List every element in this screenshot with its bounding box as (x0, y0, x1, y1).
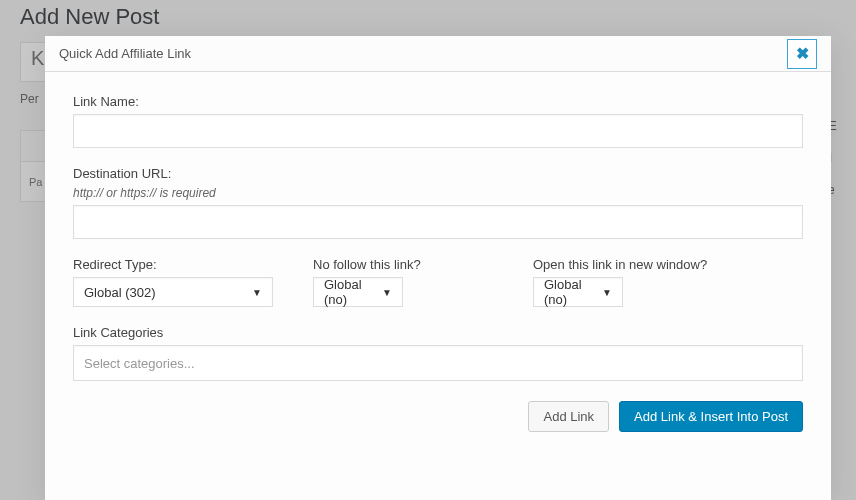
newwindow-value: Global (no) (544, 277, 602, 307)
redirect-type-value: Global (302) (84, 285, 156, 300)
newwindow-label: Open this link in new window? (533, 257, 803, 272)
newwindow-select[interactable]: Global (no) ▼ (533, 277, 623, 307)
add-link-button[interactable]: Add Link (528, 401, 609, 432)
destination-url-input[interactable] (73, 205, 803, 239)
chevron-down-icon: ▼ (252, 287, 262, 298)
chevron-down-icon: ▼ (382, 287, 392, 298)
nofollow-select[interactable]: Global (no) ▼ (313, 277, 403, 307)
categories-placeholder: Select categories... (84, 356, 195, 371)
nofollow-label: No follow this link? (313, 257, 493, 272)
chevron-down-icon: ▼ (602, 287, 612, 298)
link-name-input[interactable] (73, 114, 803, 148)
quick-add-modal: Quick Add Affiliate Link ✖ Link Name: De… (45, 36, 831, 500)
destination-url-label: Destination URL: (73, 166, 803, 181)
modal-body: Link Name: Destination URL: http:// or h… (45, 72, 831, 454)
redirect-type-label: Redirect Type: (73, 257, 273, 272)
modal-title: Quick Add Affiliate Link (59, 36, 191, 72)
categories-label: Link Categories (73, 325, 803, 340)
link-name-label: Link Name: (73, 94, 803, 109)
categories-select[interactable]: Select categories... (73, 345, 803, 381)
nofollow-value: Global (no) (324, 277, 382, 307)
add-link-insert-button[interactable]: Add Link & Insert Into Post (619, 401, 803, 432)
destination-hint: http:// or https:// is required (73, 186, 803, 200)
modal-header: Quick Add Affiliate Link ✖ (45, 36, 831, 72)
redirect-type-select[interactable]: Global (302) ▼ (73, 277, 273, 307)
close-icon: ✖ (796, 36, 809, 72)
close-button[interactable]: ✖ (787, 39, 817, 69)
